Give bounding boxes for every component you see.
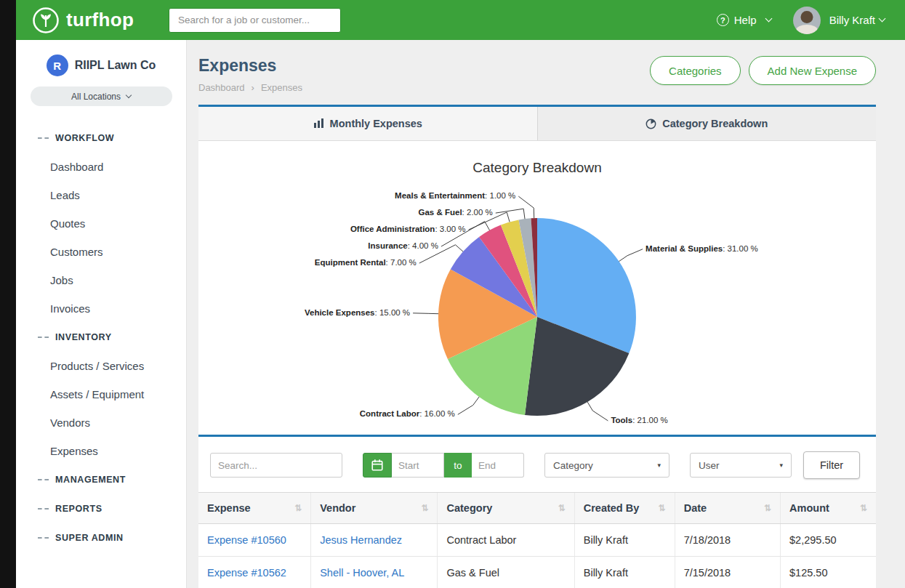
sidebar-section-super-admin[interactable]: SUPER ADMIN [16, 523, 186, 552]
column-header-expense[interactable]: Expense⇅ [198, 493, 311, 524]
expense-table-header-row: Expense⇅Vendor⇅Category⇅Created By⇅Date⇅… [198, 493, 876, 524]
pie-label-contract-labor: Contract Labor: 16.00 % [360, 409, 455, 418]
company-header: R RIIPL Lawn Co [16, 52, 186, 85]
sidebar-item-leads[interactable]: Leads [16, 181, 186, 209]
column-label: Expense [207, 502, 251, 514]
sidebar-item-products-services[interactable]: Products / Services [16, 352, 186, 380]
tab-label: Monthly Expenses [330, 118, 422, 129]
category-select[interactable]: Category ▾ [544, 453, 669, 478]
global-search-input[interactable] [169, 8, 341, 33]
end-date-input[interactable] [472, 453, 524, 478]
label-leader-line [413, 313, 438, 314]
label-leader-line [619, 249, 643, 262]
label-leader-line [496, 209, 525, 219]
sort-icon[interactable]: ⇅ [558, 503, 566, 513]
section-label: SUPER ADMIN [55, 533, 124, 543]
help-icon: ? [717, 14, 729, 26]
user-name: Billy Kraft [829, 14, 875, 26]
sort-icon[interactable]: ⇅ [659, 503, 666, 513]
category-select-value: Category [553, 460, 593, 471]
pie-chart-icon [645, 118, 656, 129]
section-label: MANAGEMENT [55, 475, 126, 485]
pie-label-material-supplies: Material & Supplies: 31.00 % [645, 244, 758, 253]
dropdown-arrow-icon: ▾ [779, 462, 783, 469]
sidebar-section-reports[interactable]: REPORTS [16, 494, 186, 523]
column-header-vendor[interactable]: Vendor⇅ [311, 493, 438, 524]
expense-link[interactable]: Expense #10560 [207, 534, 286, 546]
locations-dropdown[interactable]: All Locations [31, 86, 172, 106]
section-dash-icon [38, 537, 49, 539]
start-date-input[interactable] [392, 453, 444, 478]
sidebar-item-quotes[interactable]: Quotes [16, 209, 186, 238]
add-new-expense-button[interactable]: Add New Expense [749, 56, 876, 85]
vendor-link[interactable]: Shell - Hoover, AL [320, 567, 404, 579]
bar-chart-icon [313, 118, 324, 129]
column-label: Created By [584, 502, 640, 514]
sidebar-section-workflow[interactable]: WORKFLOW [16, 124, 186, 153]
sort-icon[interactable]: ⇅ [421, 503, 428, 513]
sidebar-item-jobs[interactable]: Jobs [16, 266, 186, 294]
turfhop-logo-icon [32, 7, 60, 34]
section-label: WORKFLOW [55, 133, 114, 143]
sort-icon[interactable]: ⇅ [294, 503, 302, 513]
sidebar: R RIIPL Lawn Co All Locations WORKFLOWDa… [16, 40, 187, 588]
cell-expense: Expense #10560 [198, 524, 311, 557]
cell-date: 7/18/2018 [675, 524, 780, 557]
column-header-category[interactable]: Category⇅ [438, 493, 574, 524]
section-dash-icon [38, 137, 49, 139]
filter-button[interactable]: Filter [803, 451, 860, 479]
user-select-value: User [699, 460, 720, 471]
breadcrumb: Dashboard › Expenses [198, 82, 302, 93]
user-avatar[interactable] [793, 7, 821, 34]
sidebar-item-customers[interactable]: Customers [16, 238, 186, 266]
column-header-date[interactable]: Date⇅ [675, 493, 780, 524]
calendar-button[interactable] [363, 453, 392, 478]
tab-category-breakdown[interactable]: Category Breakdown [537, 107, 877, 140]
chart-card: Monthly Expenses Category Breakdown Cate… [198, 105, 876, 437]
sort-icon[interactable]: ⇅ [764, 503, 771, 513]
turfhop-logo[interactable]: turfhop [32, 7, 134, 34]
chevron-down-icon [879, 15, 886, 23]
user-select[interactable]: User ▾ [690, 453, 792, 478]
sidebar-item-assets-equipment[interactable]: Assets / Equipment [16, 380, 186, 408]
pie-label-equipment-rental: Equipment Rental: 7.00 % [315, 258, 417, 267]
sidebar-section-management[interactable]: MANAGEMENT [16, 465, 186, 494]
sidebar-item-invoices[interactable]: Invoices [16, 294, 186, 323]
tab-monthly-expenses[interactable]: Monthly Expenses [198, 107, 537, 140]
label-leader-line [458, 397, 479, 414]
help-menu[interactable]: ? Help [717, 14, 771, 26]
breadcrumb-expenses: Expenses [261, 82, 302, 93]
table-row: Expense #10560Jesus HernandezContract La… [198, 524, 876, 557]
section-dash-icon [38, 479, 49, 480]
column-header-created-by[interactable]: Created By⇅ [574, 493, 675, 524]
expense-link[interactable]: Expense #10562 [207, 567, 286, 579]
categories-button[interactable]: Categories [650, 56, 741, 85]
sort-icon[interactable]: ⇅ [860, 503, 867, 513]
column-label: Category [446, 502, 492, 514]
table-search-input[interactable] [210, 453, 342, 478]
column-label: Vendor [320, 502, 355, 514]
main-content: Expenses Dashboard › Expenses Categories… [187, 40, 905, 588]
cell-vendor: Jesus Hernandez [311, 524, 438, 557]
section-dash-icon [38, 337, 49, 338]
sidebar-section-inventory[interactable]: INVENTORY [16, 323, 186, 352]
breadcrumb-dashboard[interactable]: Dashboard [198, 82, 245, 93]
sidebar-item-expenses[interactable]: Expenses [16, 437, 186, 465]
chevron-down-icon [765, 15, 772, 23]
table-filter-bar: to Category ▾ User ▾ Filter [198, 437, 876, 492]
sidebar-item-dashboard[interactable]: Dashboard [16, 153, 186, 181]
column-header-amount[interactable]: Amount⇅ [781, 493, 876, 524]
user-menu[interactable]: Billy Kraft [829, 14, 885, 26]
cell-vendor: Shell - Hoover, AL [311, 557, 438, 588]
cell-category: Gas & Fuel [438, 557, 574, 588]
cell-created_by: Billy Kraft [574, 557, 675, 588]
pie-label-tools: Tools: 21.00 % [611, 416, 667, 424]
section-label: INVENTORY [55, 332, 112, 342]
column-label: Date [684, 502, 707, 514]
sidebar-item-vendors[interactable]: Vendors [16, 408, 186, 437]
chevron-down-icon [126, 92, 132, 98]
vendor-link[interactable]: Jesus Hernandez [320, 534, 402, 546]
date-to-label: to [444, 453, 472, 478]
top-header: turfhop ? Help Billy Kraft [16, 0, 905, 40]
tab-label: Category Breakdown [662, 118, 768, 129]
